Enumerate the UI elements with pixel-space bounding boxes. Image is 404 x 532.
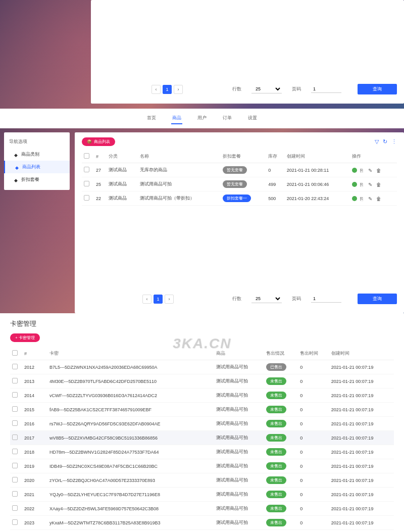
cell-stock: 499 [266, 177, 285, 191]
copy-icon[interactable]: ⎘ [360, 196, 365, 201]
rows-select[interactable]: 25 [251, 85, 282, 93]
table-row: 2017wV8B5---5DZ2XVMBG42CF58C9BC5191336B8… [10, 431, 394, 445]
row-checkbox[interactable] [12, 434, 18, 440]
page-input[interactable] [311, 295, 341, 303]
add-card-button[interactable]: + 卡密管理 [10, 333, 40, 342]
query-button[interactable]: 查询 [358, 294, 397, 304]
nav-tab-1[interactable]: 商品 [171, 113, 182, 124]
cell-id: 2022 [22, 502, 47, 516]
delete-icon[interactable]: 🗑 [376, 168, 381, 173]
nav-tab-3[interactable]: 订单 [222, 113, 233, 124]
page-label: 页码 [292, 86, 301, 92]
status-dot-icon[interactable] [352, 196, 357, 201]
col-name[interactable]: 名称 [138, 150, 221, 163]
row-checkbox[interactable] [12, 364, 18, 369]
col-sold[interactable]: 售出时间 [298, 347, 329, 360]
cell-sold: 0 [298, 473, 329, 488]
pager-page-1[interactable]: 1 [154, 295, 163, 304]
copy-icon[interactable]: ⎘ [360, 182, 365, 187]
cell-name: 测试用商品可拍 [138, 177, 221, 191]
delete-icon[interactable]: 🗑 [376, 196, 381, 201]
cell-key: A0y58---5DZ2D57RNC149DD703C3DF144AEF30D0… [47, 530, 214, 533]
refresh-icon[interactable]: ↻ [383, 138, 387, 145]
edit-icon[interactable]: ✎ [368, 196, 373, 201]
select-all-checkbox[interactable] [84, 153, 89, 159]
col-created[interactable]: 创建时间 [285, 150, 350, 163]
row-checkbox[interactable] [12, 378, 18, 383]
status-dot-icon[interactable] [352, 182, 357, 187]
sidebar-item-0[interactable]: ◆商品类别 [4, 148, 70, 161]
row-checkbox[interactable] [12, 420, 18, 426]
add-product-button[interactable]: 📦商品列表 [82, 137, 115, 146]
row-checkbox[interactable] [12, 392, 18, 398]
page-input[interactable] [311, 85, 341, 93]
products-table: # 分类 名称 折扣套餐 库存 创建时间 操作 27测试商品无库存的商品暂无套餐… [82, 150, 397, 206]
pager-page-1[interactable]: 1 [163, 85, 172, 94]
grid-icon: ◆ [15, 165, 19, 169]
more-icon[interactable]: ⋮ [391, 138, 397, 145]
col-key[interactable]: 卡密 [47, 347, 214, 360]
cell-prod: 测试用商品可拍 [214, 403, 264, 417]
pager-prev[interactable]: ‹ [142, 295, 152, 304]
col-id[interactable]: # [22, 347, 47, 360]
cell-prod: 测试用商品可拍 [214, 445, 264, 459]
pkg-pill: 暂无套餐 [223, 180, 247, 188]
row-checkbox[interactable] [12, 519, 18, 525]
cards-title: 卡密管理 [10, 319, 394, 328]
cell-cat: 测试商品 [107, 177, 138, 191]
col-cat[interactable]: 分类 [107, 150, 138, 163]
table-row: 2020zYOrL---5DZ2BQJCH0AC47A00D57E2333370… [10, 473, 394, 488]
col-pkg[interactable]: 折扣套餐 [221, 150, 266, 163]
filter-icon[interactable]: ▽ [375, 138, 379, 145]
col-prod[interactable]: 商品 [214, 347, 264, 360]
pager-prev[interactable]: ‹ [152, 85, 161, 94]
status-dot-icon[interactable] [352, 168, 357, 173]
table-row: 2019IDB49---5DZ2NC0XCS49E08A74F5CBC1C66B… [10, 459, 394, 473]
cell-id: 2017 [22, 431, 47, 445]
row-checkbox[interactable] [12, 406, 18, 412]
cell-sold: 0 [298, 360, 329, 374]
cell-prod: 测试用商品可拍 [214, 516, 264, 530]
cell-sold: 0 [298, 502, 329, 516]
pager-nav: ‹ 1 › [152, 85, 183, 94]
nav-tab-2[interactable]: 用户 [196, 113, 208, 124]
row-checkbox[interactable] [84, 167, 89, 172]
cell-key: IDB49---5DZ2NC0XCS49E08A74F5CBC1C66B20BC [47, 459, 214, 473]
copy-icon[interactable]: ⎘ [360, 168, 365, 173]
col-status[interactable]: 售出情况 [264, 347, 298, 360]
cell-id: 2020 [22, 473, 47, 488]
row-checkbox[interactable] [84, 195, 89, 201]
edit-icon[interactable]: ✎ [368, 168, 373, 173]
cell-key: YQJy0---5DZ2LYHEYUEC1C7F97B4D7D27E71196E… [47, 488, 214, 502]
cell-created: 2021-01-21 00:07:19 [329, 530, 394, 533]
row-checkbox[interactable] [84, 181, 89, 186]
table-row: 2012B7L5---5DZ2WNX1NXA2459A20036EDA68C69… [10, 360, 394, 374]
col-stock[interactable]: 库存 [266, 150, 285, 163]
sidebar-item-1[interactable]: ◆商品列表 [4, 161, 70, 173]
nav-tab-4[interactable]: 设置 [247, 113, 258, 124]
nav-tab-0[interactable]: 首页 [146, 113, 157, 124]
cell-key: XAay4---5DZ2DZH5WL34FE5969D757E50642C3B0… [47, 502, 214, 516]
col-created[interactable]: 创建时间 [329, 347, 394, 360]
status-pill: 未售出 [266, 519, 286, 526]
sidebar-item-2[interactable]: ◆折扣套餐 [4, 173, 70, 186]
left-gap [0, 0, 91, 109]
select-all-checkbox[interactable] [12, 350, 18, 356]
col-id[interactable]: # [94, 150, 107, 163]
row-checkbox[interactable] [12, 505, 18, 511]
row-checkbox[interactable] [12, 477, 18, 482]
list-icon: ◆ [14, 153, 18, 157]
row-checkbox[interactable] [12, 449, 18, 454]
edit-icon[interactable]: ✎ [368, 182, 373, 187]
rows-select[interactable]: 25 [251, 295, 282, 303]
cell-prod: 测试用商品可拍 [214, 417, 264, 431]
cell-prod: 测试用商品可拍 [214, 488, 264, 502]
row-checkbox[interactable] [12, 463, 18, 468]
pager-next[interactable]: › [165, 295, 174, 304]
table-row: 2023yKxaM---5DZ2WTMTZ78C6BB3117B25A83E8B… [10, 516, 394, 530]
query-button[interactable]: 查询 [358, 84, 397, 94]
delete-icon[interactable]: 🗑 [376, 182, 381, 187]
cell-prod: 测试用商品可拍 [214, 374, 264, 389]
pager-next[interactable]: › [174, 85, 183, 94]
row-checkbox[interactable] [12, 491, 18, 497]
